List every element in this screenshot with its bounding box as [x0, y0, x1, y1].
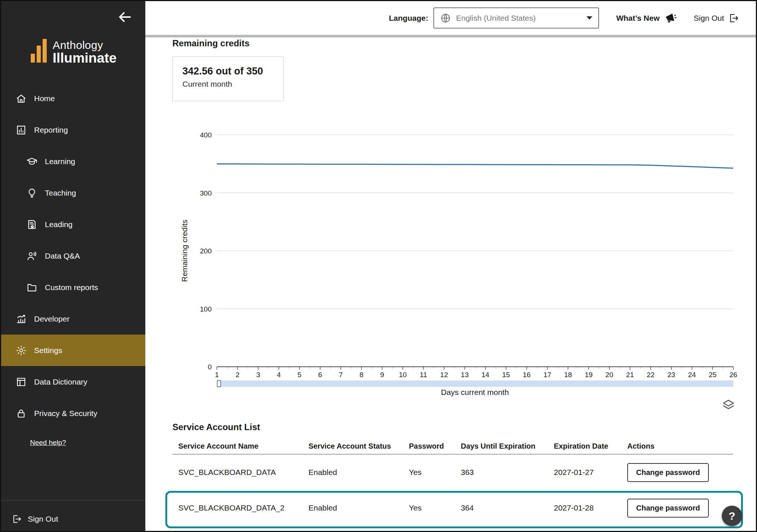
whats-new-label: What’s New	[616, 14, 660, 23]
sidebar-item-label: Data Q&A	[45, 252, 80, 260]
language-selected-value: English (United States)	[456, 14, 582, 23]
x-tick-label: 23	[667, 371, 675, 379]
sidebar-item-label: Leading	[45, 220, 73, 229]
sidebar-divider	[1, 500, 145, 501]
x-tick-label: 12	[440, 371, 448, 379]
sidebar-item-leading[interactable]: Leading	[1, 209, 145, 240]
data-dictionary-icon	[16, 376, 27, 388]
x-tick-label: 22	[647, 371, 655, 379]
learning-icon	[26, 156, 37, 167]
brand-text: Anthology Illuminate	[53, 39, 117, 66]
table-row-highlighted: SVC_BLACKBOARD_DATA_2 Enabled Yes 364 20…	[172, 490, 733, 526]
sidebar-signout-label: Sign Out	[28, 515, 58, 523]
topbar-signout-label: Sign Out	[694, 14, 724, 23]
x-tick-label: 5	[298, 371, 302, 379]
chart-x-axis-label: Days current month	[441, 388, 509, 397]
table-row: SVC_BLACKBOARD_DATA Enabled Yes 363 2027…	[172, 455, 733, 490]
sidebar-item-settings[interactable]: Settings	[1, 335, 145, 366]
sidebar-item-privacy-security[interactable]: Privacy & Security	[1, 398, 145, 429]
x-tick-label: 9	[380, 371, 384, 379]
x-tick-label: 21	[626, 371, 634, 379]
help-button[interactable]: ?	[722, 506, 742, 526]
chart-scrollbar-track[interactable]	[217, 380, 733, 387]
custom-reports-icon	[26, 282, 37, 293]
chart-scrollbar-thumb[interactable]	[217, 380, 221, 387]
column-header-status: Service Account Status	[308, 442, 409, 450]
y-tick-label: 200	[200, 247, 212, 255]
sidebar-item-label: Custom reports	[45, 283, 98, 292]
x-tick-label: 19	[585, 371, 592, 379]
reporting-icon	[16, 124, 27, 136]
back-arrow-icon	[117, 9, 133, 25]
signout-icon	[12, 514, 22, 524]
sidebar-item-label: Data Dictionary	[34, 378, 87, 386]
sidebar-item-data-qa[interactable]: Data Q&A	[1, 240, 145, 272]
y-tick-label: 400	[200, 131, 212, 139]
y-tick-label: 300	[200, 189, 212, 197]
language-group: Language: English (United States)	[389, 7, 599, 29]
sidebar-item-label: Learning	[45, 157, 75, 166]
help-question-mark: ?	[728, 510, 735, 522]
x-tick-label: 8	[360, 371, 364, 379]
settings-icon	[16, 345, 27, 356]
sidebar-item-label: Privacy & Security	[34, 409, 97, 418]
credits-value: 342.56 out of 350	[182, 66, 274, 77]
column-header-actions: Actions	[627, 442, 733, 450]
sidebar: Anthology Illuminate Home Reporting	[1, 1, 145, 531]
megaphone-icon	[664, 12, 677, 24]
language-label: Language:	[389, 14, 428, 23]
sidebar-item-label: Settings	[34, 346, 62, 355]
y-tick-label: 0	[208, 363, 212, 371]
brand-name-line2: Illuminate	[53, 51, 117, 66]
sidebar-item-data-dictionary[interactable]: Data Dictionary	[1, 366, 145, 398]
change-password-button[interactable]: Change password	[627, 499, 709, 518]
sidebar-item-custom-reports[interactable]: Custom reports	[1, 272, 145, 303]
credits-chart: Remaining credits 0100200300400123456789…	[161, 123, 739, 420]
topbar: Language: English (United States) What’s…	[145, 1, 756, 37]
x-tick-label: 15	[502, 371, 510, 379]
y-tick-label: 100	[200, 305, 212, 313]
whats-new-link[interactable]: What’s New	[616, 12, 677, 24]
cell-password: Yes	[409, 468, 461, 477]
sidebar-item-learning[interactable]: Learning	[1, 146, 145, 177]
need-help-link[interactable]: Need help?	[30, 439, 66, 447]
home-icon	[16, 93, 27, 104]
sidebar-item-label: Home	[34, 94, 55, 103]
teaching-icon	[26, 187, 37, 199]
x-tick-label: 20	[605, 371, 613, 379]
cell-service-account-name: SVC_BLACKBOARD_DATA	[178, 468, 308, 477]
cell-days-until-expiration: 364	[461, 503, 554, 512]
sidebar-signout-item[interactable]: Sign Out	[1, 508, 145, 530]
developer-icon	[16, 313, 27, 325]
topbar-signout-link[interactable]: Sign Out	[694, 13, 740, 24]
cell-days-until-expiration: 363	[461, 468, 554, 477]
sidebar-item-developer[interactable]: Developer	[1, 303, 145, 335]
app-window: Anthology Illuminate Home Reporting	[0, 0, 757, 532]
credits-line	[217, 164, 733, 168]
credits-line-chart: 0100200300400123456789101112131415161718…	[161, 123, 739, 420]
x-tick-label: 18	[564, 371, 572, 379]
x-tick-label: 6	[318, 371, 322, 379]
layers-glyph-icon	[721, 398, 735, 412]
x-tick-label: 11	[420, 371, 427, 379]
remaining-credits-title: Remaining credits	[172, 38, 249, 49]
x-tick-label: 17	[543, 371, 551, 379]
x-tick-label: 7	[339, 371, 343, 379]
leading-icon	[26, 219, 37, 230]
change-password-button[interactable]: Change password	[627, 463, 709, 482]
language-dropdown[interactable]: English (United States)	[433, 7, 599, 29]
brand-name-line1: Anthology	[53, 39, 117, 51]
credits-card: 342.56 out of 350 Current month	[172, 56, 284, 101]
service-account-table: Service Account Name Service Account Sta…	[172, 438, 733, 526]
sidebar-item-home[interactable]: Home	[1, 83, 145, 114]
x-tick-label: 25	[709, 371, 717, 379]
sidebar-item-reporting[interactable]: Reporting	[1, 114, 145, 146]
layers-icon[interactable]	[721, 398, 735, 412]
sidebar-item-teaching[interactable]: Teaching	[1, 177, 145, 209]
column-header-name: Service Account Name	[178, 442, 308, 450]
x-tick-label: 26	[729, 371, 737, 379]
cell-service-account-name: SVC_BLACKBOARD_DATA_2	[178, 503, 308, 512]
x-tick-label: 24	[688, 371, 696, 379]
sidebar-collapse-button[interactable]	[117, 9, 133, 26]
cell-password: Yes	[409, 503, 461, 512]
